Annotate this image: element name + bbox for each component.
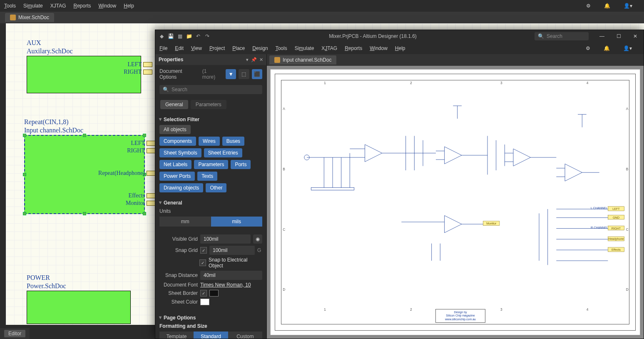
chip-drawing-objects[interactable]: Drawing objects bbox=[159, 183, 203, 192]
menu-simulate[interactable]: Simulate bbox=[295, 45, 314, 51]
bell-icon[interactable]: 🔔 bbox=[604, 45, 610, 51]
section-page-options[interactable]: Page Options bbox=[159, 315, 262, 321]
menu-xjtag[interactable]: XJTAG bbox=[50, 3, 66, 9]
minimize-button[interactable]: — bbox=[596, 33, 608, 39]
filter-button[interactable]: ▼ bbox=[226, 69, 236, 79]
svg-text:Monitor: Monitor bbox=[486, 222, 497, 225]
port-poly bbox=[143, 62, 152, 67]
open-icon[interactable]: 📁 bbox=[185, 32, 193, 40]
bg-tab-mixer[interactable]: Mixer.SchDoc bbox=[5, 13, 54, 22]
fmt-template[interactable]: Template bbox=[159, 332, 194, 339]
snap-elec-checkbox[interactable]: ✓ bbox=[199, 259, 206, 266]
chip-other[interactable]: Other bbox=[206, 183, 226, 192]
fmt-custom[interactable]: Custom bbox=[228, 332, 262, 339]
aux-sheet-symbol[interactable]: LEFT RIGHT bbox=[27, 56, 141, 93]
section-general[interactable]: General bbox=[159, 200, 262, 206]
sheet-border-color[interactable] bbox=[209, 290, 219, 297]
chip-components[interactable]: Components bbox=[159, 137, 196, 146]
menu-tools[interactable]: Tools bbox=[276, 45, 287, 51]
menu-simulate[interactable]: Simulate bbox=[23, 3, 43, 9]
doc-font-value[interactable]: Times New Roman, 10 bbox=[200, 282, 251, 288]
cin-file: Input channel.SchDoc bbox=[24, 127, 83, 134]
snap-grid-value[interactable]: 100mil bbox=[209, 246, 255, 255]
menu-window[interactable]: Window bbox=[370, 45, 388, 51]
close-icon[interactable]: ✕ bbox=[259, 57, 263, 62]
pin-icon[interactable]: 📌 bbox=[251, 57, 257, 62]
unit-mm[interactable]: mm bbox=[159, 217, 211, 227]
menu-help[interactable]: Help bbox=[395, 45, 405, 51]
title-search[interactable]: 🔍 Search bbox=[535, 32, 589, 40]
unit-mils[interactable]: mils bbox=[211, 217, 263, 227]
menu-edit[interactable]: Edit bbox=[175, 45, 184, 51]
units-toggle[interactable]: mm mils bbox=[159, 217, 262, 227]
svg-text:Headphone: Headphone bbox=[608, 237, 624, 241]
properties-search[interactable]: 🔍 Search bbox=[159, 85, 262, 94]
chip-net-labels[interactable]: Net Labels bbox=[159, 160, 191, 169]
svg-text:D: D bbox=[283, 288, 285, 292]
close-button[interactable]: ✕ bbox=[629, 33, 641, 39]
svg-text:4: 4 bbox=[587, 308, 589, 312]
chip-wires[interactable]: Wires bbox=[199, 137, 220, 146]
bg-menubar: Tools Simulate XJTAG Reports Window Help… bbox=[0, 0, 644, 12]
editor-area: Input channel.SchDoc ▼ ✛ ⬚ ▤ ▮ ≈ ⏚ ⊢ ▬ ⬖… bbox=[267, 54, 644, 339]
menu-window[interactable]: Window bbox=[99, 3, 117, 9]
menu-design[interactable]: Design bbox=[252, 45, 268, 51]
tab-parameters[interactable]: Parameters bbox=[191, 100, 226, 109]
menu-xjtag[interactable]: XJTAG bbox=[321, 45, 337, 51]
menu-file[interactable]: File bbox=[159, 45, 167, 51]
save-icon[interactable]: 💾 bbox=[167, 32, 174, 40]
page-options-section: Page Options Formatting and Size Templat… bbox=[155, 310, 266, 339]
editor-tab-input-channel[interactable]: Input channel.SchDoc bbox=[269, 55, 336, 65]
chip-buses[interactable]: Buses bbox=[222, 137, 244, 146]
visible-grid-label: Visible Grid bbox=[159, 236, 198, 242]
aux-file: Auxilary.SchDoc bbox=[27, 47, 73, 55]
dropdown-icon[interactable]: ▾ bbox=[246, 57, 249, 62]
properties-header[interactable]: Properties ▾ 📌 ✕ bbox=[155, 54, 266, 65]
menu-reports[interactable]: Reports bbox=[345, 45, 362, 51]
cin-sheet-symbol[interactable]: LEFT RIGHT Repeat(Headphone) Effects Mon… bbox=[24, 135, 145, 214]
tab-general[interactable]: General bbox=[160, 100, 188, 109]
inspect-button[interactable]: ⬚ bbox=[239, 69, 249, 79]
redo-icon[interactable]: ↷ bbox=[204, 32, 211, 40]
schematic-drawing: Monitor LEFT GND RIGHT Headphone Ef bbox=[281, 80, 629, 312]
new-icon[interactable]: ▦ bbox=[176, 32, 184, 40]
cin-title: Repeat(CIN,1,8) bbox=[24, 118, 69, 126]
select-mode-button[interactable]: ⬛ bbox=[252, 69, 262, 79]
menu-place[interactable]: Place bbox=[232, 45, 245, 51]
snap-grid-checkbox[interactable]: ✓ bbox=[200, 247, 207, 254]
sheet-border-checkbox[interactable]: ✓ bbox=[200, 290, 207, 297]
snap-distance-value[interactable]: 40mil bbox=[200, 271, 262, 280]
chip-power-ports[interactable]: Power Ports bbox=[159, 172, 195, 181]
port-poly bbox=[143, 70, 152, 75]
chip-ports[interactable]: Ports bbox=[231, 160, 251, 169]
gear-icon[interactable]: ⚙ bbox=[586, 3, 591, 9]
chip-parameters[interactable]: Parameters bbox=[194, 160, 228, 169]
format-tabs[interactable]: Template Standard Custom bbox=[159, 332, 262, 339]
schematic-canvas[interactable]: Monitor LEFT GND RIGHT Headphone Ef bbox=[270, 69, 640, 335]
fmt-standard[interactable]: Standard bbox=[194, 332, 228, 339]
menu-tools[interactable]: Tools bbox=[4, 3, 16, 9]
menu-help[interactable]: Help bbox=[124, 3, 134, 9]
status-tab-editor[interactable]: Editor bbox=[4, 330, 25, 337]
chip-all-objects[interactable]: All objects bbox=[159, 125, 191, 134]
section-selection-filter[interactable]: Selection Filter bbox=[159, 117, 262, 122]
sheet-color-swatch[interactable] bbox=[200, 299, 209, 305]
maximize-button[interactable]: ☐ bbox=[613, 33, 624, 39]
snap-distance-label: Snap Distance bbox=[159, 272, 198, 278]
menu-view[interactable]: View bbox=[191, 45, 202, 51]
visible-grid-value[interactable]: 100mil bbox=[200, 234, 251, 244]
user-icon[interactable]: 👤▾ bbox=[624, 3, 632, 9]
chip-texts[interactable]: Texts bbox=[197, 172, 217, 181]
menu-project[interactable]: Project bbox=[209, 45, 225, 51]
svg-text:D: D bbox=[626, 288, 629, 292]
chip-sheet-entries[interactable]: Sheet Entries bbox=[204, 148, 242, 157]
bell-icon[interactable]: 🔔 bbox=[604, 3, 610, 9]
fg-titlebar[interactable]: ◆ 💾 ▦ 📁 ↶ ↷ Mixer.PrjPCB - Altium Design… bbox=[155, 30, 644, 42]
visibility-icon[interactable]: ◉ bbox=[253, 234, 262, 244]
chip-sheet-symbols[interactable]: Sheet Symbols bbox=[159, 148, 201, 157]
power-sheet-symbol[interactable] bbox=[27, 291, 131, 324]
menu-reports[interactable]: Reports bbox=[74, 3, 91, 9]
user-icon[interactable]: 👤▾ bbox=[623, 45, 632, 51]
undo-icon[interactable]: ↶ bbox=[194, 32, 202, 40]
gear-icon[interactable]: ⚙ bbox=[586, 45, 590, 51]
